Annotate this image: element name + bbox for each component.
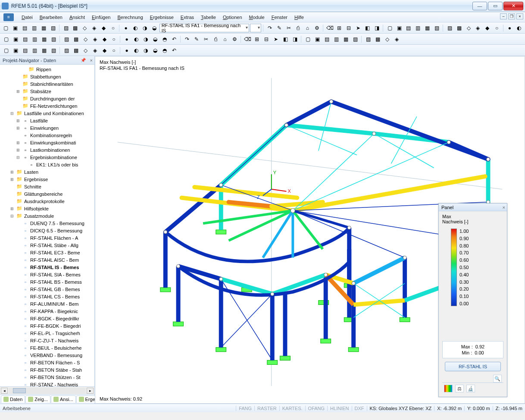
menu-datei[interactable]: Datei [18,13,36,22]
expand-icon[interactable]: ⊞ [9,170,15,174]
expand-icon[interactable]: ⊞ [16,126,21,130]
tree-item[interactable]: ▫RF-STAHL IS - Bemes [0,263,94,271]
navigator-close-icon[interactable]: × [90,58,93,63]
toolbar-button[interactable]: ⎙ [294,24,303,32]
toolbar-button[interactable]: ◆ [100,46,109,55]
toolbar-button[interactable]: ▤ [404,24,413,32]
toolbar-button[interactable]: ▩ [71,24,80,32]
menu-extras[interactable]: Extras [177,13,197,22]
tree-item[interactable]: ▫DICKQ 6.5 - Bemessung [0,227,94,234]
tree-item[interactable]: ⊟▫Ergebniskombinatione [0,154,94,161]
menu-optionen[interactable]: Optionen [219,13,246,22]
tree-item[interactable]: ▫RF-FE-BGDK - Biegedri [0,322,94,329]
toolbar-button[interactable]: ⌫ [325,24,334,32]
toolbar-button[interactable]: ◆ [100,35,109,44]
menu-einfügen[interactable]: Einfügen [88,13,114,22]
toolbar-button[interactable]: ○ [109,24,117,32]
expand-icon[interactable]: ⊞ [9,177,15,182]
tree-item[interactable]: ▫RF-STAHL BS - Bemess [0,278,94,285]
toolbar-button[interactable]: ⊞ [335,24,344,32]
toolbar-button[interactable]: ▤ [21,24,29,32]
menu-fenster[interactable]: Fenster [268,13,291,22]
tree-item[interactable]: ▫RF-STAHL CS - Bemes [0,293,94,300]
toolbar-button[interactable]: ◑ [141,46,150,55]
expand-icon[interactable]: ⊞ [16,148,21,152]
toolbar-button[interactable]: ⎙ [211,35,220,44]
expand-icon[interactable]: ⊞ [16,89,21,94]
toolbar-button[interactable]: ⌂ [303,24,312,32]
toolbar-button[interactable]: ✎ [192,35,201,44]
tree-item[interactable]: ⊞📁Hilfsobjekte [0,205,94,212]
toolbar-button[interactable]: ▥ [414,24,422,32]
toolbar-button[interactable]: ◐ [131,24,140,32]
toolbar-button[interactable]: ➤ [354,24,362,32]
tree-item[interactable]: ▫RF-EL-PL - Tragsicherh [0,329,94,337]
toolbar-button[interactable]: ✂ [202,35,210,44]
toolbar-button[interactable]: ▨ [62,24,70,32]
close-button[interactable]: ✕ [503,2,523,10]
tree-item[interactable]: ⊞▫Einwirkungen [0,124,94,132]
tree-item[interactable]: 📁Schnitte [0,183,94,190]
menu-tabelle[interactable]: Tabelle [197,13,219,22]
toolbar-button[interactable]: ▢ [385,24,394,32]
menu-berechnung[interactable]: Berechnung [114,13,146,22]
tree-item[interactable]: 📁Rippen [0,66,94,73]
toolbar-button[interactable]: ● [122,35,131,44]
expand-icon[interactable]: ⊟ [9,214,15,218]
microscope-icon[interactable]: 🔬 [466,385,475,392]
tree-item[interactable]: ⊞📁Stabsätze [0,88,94,95]
tree-item[interactable]: ▫RF-ALUMINIUM - Bem [0,300,94,307]
toolbar-button[interactable]: ◒ [151,46,159,55]
toolbar-button[interactable]: ⌫ [243,35,252,44]
toolbar-button[interactable]: ◈ [90,24,99,32]
tree-item[interactable]: ▫RF-STAHL GB - Bemes [0,285,94,293]
toolbar-button[interactable]: ▩ [72,46,80,55]
toolbar-button[interactable]: ▩ [72,35,80,44]
toolbar-button[interactable]: ▣ [11,24,20,32]
toolbar-button[interactable]: ◐ [132,46,141,55]
menu-ansicht[interactable]: Ansicht [66,13,88,22]
toolbar-button[interactable]: ▢ [2,35,10,44]
toolbar-button[interactable]: ↶ [170,35,178,44]
tree-item[interactable]: ⊞📁Ergebnisse [0,176,94,183]
toolbar-button[interactable]: ➤ [272,35,280,44]
scroll-thumb[interactable] [13,388,26,393]
toolbar-button[interactable]: ● [122,24,130,32]
tree-item[interactable]: ⊞📁Lasten [0,168,94,176]
status-toggle[interactable]: KARTES. [279,406,305,411]
toolbar-button[interactable]: ▤ [322,35,331,44]
toolbar-button[interactable]: ◈ [474,24,482,32]
palette-icon[interactable] [444,385,453,392]
toolbar-button[interactable]: ▤ [21,46,29,55]
menu-hilfe[interactable]: Hilfe [291,13,307,22]
toolbar-button[interactable]: ◑ [141,24,149,32]
toolbar-button[interactable]: ▦ [40,35,48,44]
mdi-close[interactable]: × [516,13,523,19]
toolbar-button[interactable]: ▨ [445,24,454,32]
tree-item[interactable]: ▫RF-BGDK - Biegedrillkr [0,315,94,322]
toolbar-button[interactable]: ● [122,46,131,55]
toolbar-button[interactable]: ▨ [364,35,372,44]
toolbar-button[interactable]: ▥ [30,46,39,55]
toolbar-button[interactable]: ◇ [464,24,473,32]
tree-item[interactable]: ▫RF-BETON Stäbe - Stah [0,366,94,373]
toolbar-button[interactable]: ⌂ [221,35,229,44]
toolbar-button[interactable]: ◒ [150,24,159,32]
toolbar-button[interactable]: ▦ [423,24,432,32]
tree[interactable]: 📁Rippen📁Stabbettungen📁Stabnichtlinearitä… [0,65,94,386]
toolbar-button[interactable]: ▥ [30,35,39,44]
toolbar-button[interactable]: ⊞ [253,35,261,44]
status-toggle[interactable]: FANG [236,406,254,411]
toolbar-button[interactable]: ○ [109,46,118,55]
panel-titlebar[interactable]: Panel × [439,204,507,211]
tree-item[interactable]: ▫FE-BEUL - Beulsicherhe [0,344,94,351]
pin-icon[interactable]: 📌 [81,58,86,63]
toolbar-button[interactable]: ▦ [341,35,350,44]
toolbar-button[interactable]: ▧ [49,24,57,32]
tree-item[interactable]: ▫Kombinationsregeln [0,132,94,139]
toolbar-button[interactable]: ▨ [62,46,71,55]
toolbar-button[interactable]: ⚙ [312,24,321,32]
tree-item[interactable]: ⊟📁Lastfälle und Kombinationen [0,110,94,117]
toolbar-button[interactable]: ◆ [483,24,492,32]
toolbar-button[interactable]: ▢ [2,46,10,55]
